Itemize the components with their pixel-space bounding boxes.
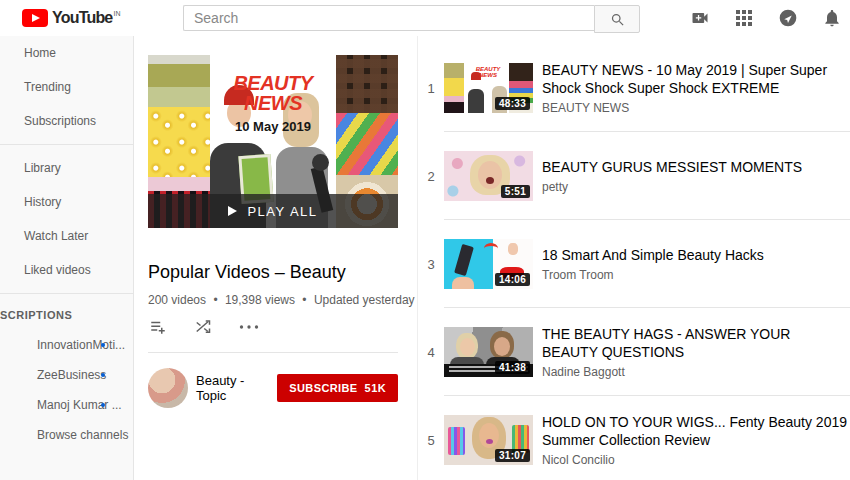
video-row-1[interactable]: 1 BEAUTY NEWS 48:33 BEAUTY NEWS - 10 May… [418, 44, 850, 132]
hero-thumb-subtitle: 10 May 2019 [210, 119, 336, 134]
stats-separator: • [302, 293, 306, 307]
view-count: 19,398 views [225, 293, 295, 307]
sidebar: Home Trending Subscriptions Library Hist… [0, 36, 134, 480]
new-content-dot [101, 343, 105, 347]
subscriber-count: 51K [365, 382, 386, 394]
video-title[interactable]: BEAUTY GURUS MESSIEST MOMENTS [542, 158, 802, 176]
new-content-dot [101, 403, 105, 407]
sidebar-channel-innovationmotion[interactable]: InnovationMoti... [0, 330, 133, 360]
subscriptions-section-header: SCRIPTIONS [0, 300, 133, 330]
video-index: 2 [418, 169, 444, 184]
messages-icon[interactable] [778, 8, 798, 28]
collage-tile [336, 55, 398, 113]
subscribe-label: SUBSCRIBE [289, 382, 357, 394]
app-header: YouTube IN [0, 0, 850, 36]
video-title[interactable]: HOLD ON TO YOUR WIGS... Fenty Beauty 201… [542, 413, 850, 449]
video-row-2[interactable]: 2 5:51 BEAUTY GURUS MESSIEST MOMENTS pet… [418, 132, 850, 220]
video-channel[interactable]: petty [542, 180, 802, 194]
video-duration-badge: 41:38 [495, 361, 530, 374]
sidebar-item-liked-videos[interactable]: Liked videos [0, 253, 133, 287]
video-duration-badge: 5:51 [501, 185, 530, 198]
sidebar-channel-manoj-kumar[interactable]: Manoj Kumar ... [0, 390, 133, 420]
playlist-hero-thumbnail[interactable]: BEAUTY NEWS 10 May 2019 PLAY ALL [148, 55, 398, 228]
video-index: 4 [418, 345, 444, 360]
playlist-title: Popular Videos – Beauty [148, 262, 346, 283]
video-index: 5 [418, 433, 444, 448]
channel-label: InnovationMoti... [37, 338, 125, 352]
video-thumbnail[interactable]: 41:38 [444, 327, 533, 377]
apps-grid-icon[interactable] [734, 8, 754, 28]
sidebar-item-trending[interactable]: Trending [0, 70, 133, 104]
video-duration-badge: 14:06 [495, 273, 530, 286]
sidebar-divider [0, 293, 133, 294]
stats-separator: • [213, 293, 217, 307]
panel-divider [148, 352, 398, 353]
sidebar-item-history[interactable]: History [0, 185, 133, 219]
hero-thumb-title: BEAUTY NEWS [210, 73, 336, 113]
playlist-actions [148, 318, 259, 336]
playlist-stats: 200 videos • 19,398 views • Updated yest… [148, 293, 419, 307]
new-content-dot [101, 373, 105, 377]
video-count: 200 videos [148, 293, 206, 307]
video-title[interactable]: 18 Smart And Simple Beauty Hacks [542, 246, 764, 264]
video-duration-badge: 31:07 [495, 449, 530, 462]
notifications-bell-icon[interactable] [822, 8, 842, 28]
updated-date: Updated yesterday [314, 293, 415, 307]
youtube-play-icon [22, 9, 48, 27]
channel-label: Browse channels [37, 428, 128, 442]
sidebar-browse-channels[interactable]: Browse channels [0, 420, 133, 450]
video-thumbnail[interactable]: 5:51 [444, 151, 533, 201]
search-button[interactable] [594, 5, 640, 33]
shuffle-icon[interactable] [194, 318, 213, 336]
video-duration-badge: 48:33 [495, 97, 530, 110]
sidebar-item-library[interactable]: Library [0, 151, 133, 185]
video-index: 1 [418, 81, 444, 96]
sidebar-divider [0, 144, 133, 145]
video-thumbnail[interactable]: 14:06 [444, 239, 533, 289]
subscribe-button[interactable]: SUBSCRIBE 51K [277, 374, 398, 402]
sidebar-channel-zeebusiness[interactable]: ZeeBusiness [0, 360, 133, 390]
header-icons [690, 8, 842, 28]
search-bar [183, 5, 640, 33]
sidebar-item-home[interactable]: Home [0, 36, 133, 70]
play-all-button[interactable]: PLAY ALL [148, 194, 398, 228]
video-channel[interactable]: Nicol Concilio [542, 453, 850, 467]
add-to-queue-icon[interactable] [148, 318, 168, 336]
logo-wordmark: YouTube [52, 9, 112, 27]
collage-tile [148, 55, 210, 107]
sidebar-item-watch-later[interactable]: Watch Later [0, 219, 133, 253]
video-index: 3 [418, 257, 444, 272]
thumbnail-figure [312, 154, 329, 171]
more-actions-icon[interactable] [239, 324, 259, 330]
video-row-3[interactable]: 3 14:06 18 Smart And Simple Beauty Hacks… [418, 220, 850, 308]
channel-label: Manoj Kumar ... [37, 398, 122, 412]
search-input[interactable] [183, 5, 594, 31]
youtube-logo[interactable]: YouTube IN [22, 9, 120, 27]
playlist-video-list: 1 BEAUTY NEWS 48:33 BEAUTY NEWS - 10 May… [417, 36, 850, 480]
collage-tile [148, 107, 210, 177]
channel-name[interactable]: Beauty - Topic [196, 373, 277, 403]
video-thumbnail[interactable]: BEAUTY NEWS 48:33 [444, 63, 533, 113]
create-video-icon[interactable] [690, 8, 710, 28]
video-channel[interactable]: BEAUTY NEWS [542, 101, 850, 115]
logo-region-code: IN [113, 9, 120, 18]
playlist-info-panel: BEAUTY NEWS 10 May 2019 PLAY ALL Popular… [134, 36, 420, 480]
video-channel[interactable]: Troom Troom [542, 268, 764, 282]
play-icon [228, 206, 237, 216]
video-thumbnail[interactable]: 31:07 [444, 415, 533, 465]
channel-avatar[interactable] [148, 368, 188, 408]
video-title[interactable]: THE BEAUTY HAGS - ANSWER YOUR BEAUTY QUE… [542, 325, 850, 361]
collage-tile [336, 113, 398, 175]
video-row-5[interactable]: 5 31:07 HOLD ON TO YOUR WIGS... Fenty Be… [418, 396, 850, 480]
play-all-label: PLAY ALL [247, 204, 317, 219]
thumb-text: BEAUTY NEWS [468, 66, 508, 78]
channel-label: ZeeBusiness [37, 368, 106, 382]
video-title[interactable]: BEAUTY NEWS - 10 May 2019 | Super Super … [542, 61, 850, 97]
video-row-4[interactable]: 4 41:38 THE BEAUTY HAGS - ANSWER YOUR BE… [418, 308, 850, 396]
sidebar-item-subscriptions[interactable]: Subscriptions [0, 104, 133, 138]
video-channel[interactable]: Nadine Baggott [542, 365, 850, 379]
playlist-owner-row: Beauty - Topic SUBSCRIBE 51K [148, 368, 398, 408]
search-icon [610, 12, 625, 27]
